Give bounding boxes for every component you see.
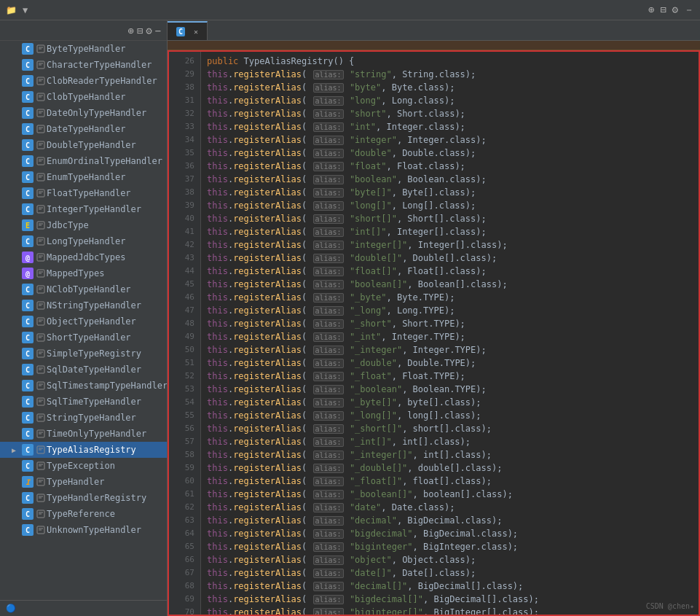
tree-item-clobtypehandler[interactable]: CClobTypeHandler [0,89,167,105]
item-name: ClobReaderTypeHandler [47,76,157,86]
item-icon-c: C [22,203,34,215]
line-num-10: 38 [169,186,200,199]
tree-item-sqltimestamptypehandler[interactable]: CSqlTimestampTypeHandler [0,378,167,394]
tree-item-typehandlerregistry[interactable]: CTypeHandlerRegistry [0,490,167,506]
item-icon-c: C [22,75,34,87]
code-line-40: this.registerAlias( alias: "decimal[]", … [207,580,693,593]
item-icon-c: C [22,444,34,456]
item-badge [36,413,45,422]
tree-item-mappedtypes[interactable]: @MappedTypes [0,265,167,281]
tree-item-integertypehandler[interactable]: CIntegerTypeHandler [0,201,167,217]
tree-item-dateonlytypehandler[interactable]: CDateOnlyTypeHandler [0,105,167,121]
tree-item-objecttypehandler[interactable]: CObjectTypeHandler [0,313,167,330]
item-icon-c: C [22,460,34,472]
item-icon-at: @ [22,252,34,263]
item-badge [36,205,45,214]
tree-item-charactertypehandler[interactable]: CCharacterTypeHandler [0,57,167,73]
line-num-37: 65 [169,540,200,553]
line-num-39: 67 [169,566,200,580]
tree-item-stringtypehandler[interactable]: CStringTypeHandler [0,410,167,426]
active-tab[interactable]: C ✕ [168,21,208,40]
tree-item-enumordinaltypehandler[interactable]: CEnumOrdinalTypeHandler [0,153,167,169]
tree-item-nstringtypehandler[interactable]: CNStringTypeHandler [0,297,167,313]
item-name: SqlDateTypeHandler [47,364,141,375]
item-icon-c: C [22,187,34,199]
item-name: ByteTypeHandler [47,44,125,54]
line-num-35: 63 [169,514,200,527]
tree-item-shorttypehandler[interactable]: CShortTypeHandler [0,330,167,346]
item-icon-c: C [22,524,34,536]
code-line-23: this.registerAlias( alias: "_double", Do… [207,356,693,370]
tab-close-button[interactable]: ✕ [194,28,198,36]
code-line-25: this.registerAlias( alias: "_boolean", B… [207,383,693,396]
item-badge [36,301,45,310]
tree-item-sqltimetypehandler[interactable]: CSqlTimeTypeHandler [0,394,167,410]
tree-item-typehandler[interactable]: ITypeHandler [0,474,167,490]
scope-icon[interactable]: ⊕ [127,25,133,36]
tree-item-mappedjdbctypes[interactable]: @MappedJdbcTypes [0,249,167,265]
code-line-6: this.registerAlias( alias: "integer", In… [207,133,693,147]
collapse-icon[interactable]: ⊟ [137,25,143,36]
decompiled-banner [168,41,700,50]
tree-item-bytetypehandler[interactable]: CByteTypeHandler [0,41,167,57]
line-num-33: 61 [169,488,200,501]
tree-item-typealiasregistry[interactable]: ▶CTypeAliasRegistry [0,442,167,458]
title-bar: 📁 ▼ ⊕ ⊟ ⚙ － [0,0,700,20]
line-numbers: 2629383132333435363738394041424344454647… [169,52,201,615]
scratches-label[interactable]: 🔵 [0,600,167,616]
item-name: SimpleTypeRegistry [47,348,141,359]
code-line-11: this.registerAlias( alias: "long[]", Lon… [207,199,693,212]
line-num-18: 46 [169,291,200,304]
code-line-8: this.registerAlias( alias: "float", Floa… [207,160,693,173]
tree-item-sqldatetypehandler[interactable]: CSqlDateTypeHandler [0,362,167,378]
line-num-22: 50 [169,343,200,356]
item-icon-i: I [22,476,34,488]
panel-header: ⊕ ⊟ ⚙ − [0,20,167,41]
code-line-20: this.registerAlias( alias: "_short", Sho… [207,317,693,330]
line-num-12: 40 [169,212,200,225]
settings-panel-icon[interactable]: ⚙ [146,25,152,36]
code-area[interactable]: 2629383132333435363738394041424344454647… [168,50,700,616]
dropdown-arrow[interactable]: ▼ [23,5,28,15]
code-line-18: this.registerAlias( alias: "_byte", Byte… [207,291,693,304]
item-name: ObjectTypeHandler [47,316,136,327]
code-line-33: this.registerAlias( alias: "_boolean[]",… [207,488,693,501]
tree-item-nclobtypehandler[interactable]: CNClobTypeHandler [0,281,167,297]
line-num-1: 29 [169,68,200,81]
code-line-42: this.registerAlias( alias: "biginteger[]… [207,606,693,616]
tree-item-clobreadertypehandler[interactable]: CClobReaderTypeHandler [0,73,167,89]
code-line-0: public TypeAliasRegistry() { [207,55,693,68]
tree-item-timeonlytypehandler[interactable]: CTimeOnlyTypeHandler [0,426,167,442]
minimize-icon[interactable]: － [684,4,694,17]
item-name: CharacterTypeHandler [47,60,152,70]
code-line-38: this.registerAlias( alias: "object", Obj… [207,553,693,566]
tree-item-floattypehandler[interactable]: CFloatTypeHandler [0,185,167,201]
line-num-24: 52 [169,370,200,383]
gear-icon[interactable]: ⚙ [672,4,678,17]
item-icon-c: C [22,235,34,247]
tree-item-doubletypehandler[interactable]: CDoubleTypeHandler [0,137,167,153]
item-badge [36,61,45,69]
tree-item-longtypehandler[interactable]: CLongTypeHandler [0,233,167,249]
layout-icon[interactable]: ⊟ [660,4,666,17]
item-badge [36,253,45,262]
item-icon-c: C [22,284,34,295]
item-icon-at: @ [22,268,34,279]
item-name: DateOnlyTypeHandler [47,108,146,118]
close-panel-icon[interactable]: − [155,25,161,36]
item-badge [36,141,45,149]
tree-item-datetypehandler[interactable]: CDateTypeHandler [0,121,167,137]
tree-item-typereference[interactable]: CTypeReference [0,506,167,522]
tree-item-unknowntypehandler[interactable]: CUnknownTypeHandler [0,522,167,538]
item-name: ClobTypeHandler [47,92,125,102]
line-num-32: 60 [169,475,200,488]
scratches-icon: 🔵 [6,604,16,613]
code-line-27: this.registerAlias( alias: "_long[]", lo… [207,409,693,422]
tree-item-typeexception[interactable]: CTypeException [0,458,167,474]
item-name: EnumTypeHandler [47,172,125,182]
code-line-19: this.registerAlias( alias: "_long", Long… [207,304,693,317]
tree-item-enumtypehandler[interactable]: CEnumTypeHandler [0,169,167,185]
settings-icon[interactable]: ⊕ [648,4,654,17]
tree-item-jdbctype[interactable]: EJdbcType [0,217,167,233]
tree-item-simpletyperegistry[interactable]: CSimpleTypeRegistry [0,346,167,362]
